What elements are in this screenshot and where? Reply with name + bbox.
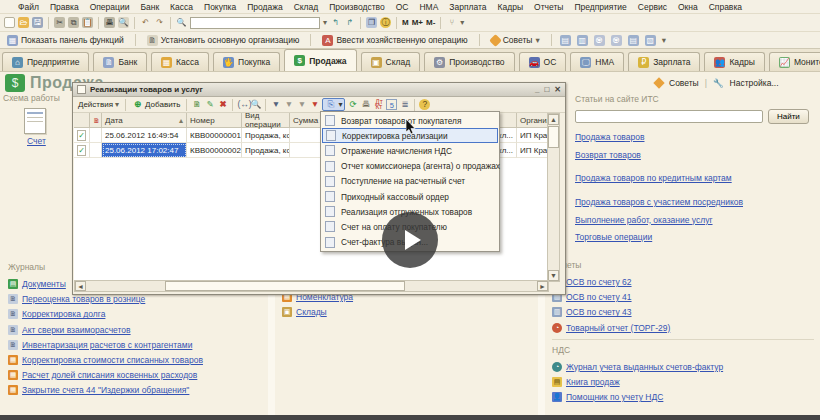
journal-link-debt-adjustment[interactable]: Корректировка долга [22, 309, 105, 319]
quick-search-input[interactable] [190, 17, 320, 29]
column-org-header[interactable]: Организ [517, 113, 549, 128]
video-play-button[interactable] [382, 212, 438, 268]
menu-warehouse[interactable]: Склад [294, 2, 319, 12]
scroll-up-icon[interactable]: ▲ [548, 114, 559, 125]
row2-optype-cell[interactable]: Продажа, ком... [242, 143, 290, 158]
list-settings-icon[interactable]: ≣ [399, 99, 410, 110]
menu-production[interactable]: Производство [329, 2, 384, 12]
filter-icon[interactable]: ▼ [283, 99, 294, 110]
column-number-header[interactable]: Номер [187, 113, 242, 128]
menu-file[interactable]: Файл [18, 2, 39, 12]
menu-salary[interactable]: Зарплата [449, 2, 486, 12]
menu-item-receipt-to-account[interactable]: Поступление на расчетный счет [322, 174, 498, 189]
scroll-left-icon[interactable]: ◄ [75, 281, 86, 291]
report-link-osv-41[interactable]: ОСВ по счету 41 [566, 292, 632, 302]
tab-production[interactable]: ⚙Производство [424, 52, 514, 71]
report-tool-icon-4[interactable]: ♼ [611, 35, 622, 46]
menu-reports[interactable]: Отчеты [534, 2, 563, 12]
its-link-sale-goods[interactable]: Продажа товаров [575, 132, 747, 143]
journal-link-inventory-settlements[interactable]: Инвентаризация расчетов с контрагентами [22, 340, 192, 350]
report-tool-icon-5[interactable]: ▤ [628, 35, 639, 46]
menu-operations[interactable]: Операции [90, 2, 130, 12]
find-next-icon[interactable]: ↰ [330, 17, 341, 28]
tab-hr[interactable]: 👥Кадры [704, 52, 764, 71]
nds-link-sales-book[interactable]: Книга продаж [566, 377, 620, 387]
enter-operation-button[interactable]: A Ввести хозяйственную операцию [319, 34, 470, 47]
row2-state-cell[interactable]: ✓ [74, 143, 90, 158]
scroll-down-icon[interactable]: ▼ [548, 270, 559, 281]
menu-item-vat-accrual[interactable]: Отражение начисления НДС [322, 143, 498, 158]
calc-m-plus-button[interactable]: М+ [412, 18, 423, 27]
add-button[interactable]: ⊕Добавить [130, 98, 182, 111]
tab-salary[interactable]: ₽Зарплата [628, 52, 700, 71]
maximize-icon[interactable]: □ [544, 85, 549, 94]
column-date-header[interactable]: Дата▴ [102, 113, 187, 128]
cut-icon[interactable]: ✂ [54, 17, 65, 28]
vertical-scroll-thumb[interactable] [548, 126, 559, 148]
report-link-osv-62[interactable]: ОСВ по счету 62 [566, 277, 632, 287]
report-link-torg-29[interactable]: Товарный отчет (ТОРГ-29) [566, 323, 670, 333]
new-document-icon[interactable]: 🗎 [4, 17, 15, 28]
calc-m-minus-button[interactable]: М- [426, 18, 435, 27]
minimize-icon[interactable]: _ [535, 85, 539, 94]
row1-state-cell[interactable]: ✓ [74, 128, 90, 143]
find-prev-icon[interactable]: ↱ [344, 17, 355, 28]
report-link-osv-43[interactable]: ОСВ по счету 43 [566, 307, 632, 317]
tab-warehouse[interactable]: ▣Склад [361, 52, 421, 71]
menu-item-cash-receipt-order[interactable]: Приходный кассовый ордер [322, 189, 498, 204]
tab-enterprise[interactable]: ⌂Предприятие [2, 52, 89, 71]
set-main-organization-button[interactable]: 🗎 Установить основную организацию [144, 34, 303, 47]
its-link-intermediaries[interactable]: Продажа товаров с участием посредников [575, 197, 743, 208]
edit-pencil-icon[interactable]: ✎ [204, 99, 215, 110]
menu-purchase[interactable]: Покупка [204, 2, 236, 12]
menu-nma[interactable]: НМА [419, 2, 438, 12]
show-function-panel-button[interactable]: ▦ Показать панель функций [4, 34, 127, 47]
menu-enterprise[interactable]: Предприятие [574, 2, 626, 12]
filter-by-value-icon[interactable]: ▼ [296, 99, 307, 110]
info-icon[interactable]: ⓘ [380, 17, 391, 28]
column-state-header[interactable] [74, 113, 90, 128]
open-icon[interactable]: 🗁 [18, 17, 29, 28]
journal-link-cost-adjustment[interactable]: Корректировка стоимости списанных товаро… [22, 355, 203, 365]
window-icon[interactable]: ❐ [366, 17, 377, 28]
row2-number-cell[interactable]: КВВ00000002 [187, 143, 242, 158]
nds-link-vat-assistant[interactable]: Помощник по учету НДС [566, 392, 663, 402]
menu-help[interactable]: Справка [709, 2, 742, 12]
create-on-basis-button[interactable]: ⎘▾ [322, 98, 345, 111]
save-icon[interactable]: 🖫 [32, 17, 43, 28]
menu-sale[interactable]: Продажа [247, 2, 282, 12]
workflow-invoice-link[interactable]: Счет [27, 136, 46, 146]
tab-bank[interactable]: 🗎Банк [93, 52, 147, 71]
search-icon[interactable]: 🔍 [176, 17, 187, 28]
journal-link-close-account-44[interactable]: Закрытие счета 44 "Издержки обращения" [22, 385, 189, 395]
find-in-list-icon[interactable]: 🔍 [250, 99, 261, 110]
horizontal-scroll-thumb[interactable] [165, 281, 405, 291]
menu-hr[interactable]: Кадры [498, 2, 523, 12]
nds-link-invoice-journal[interactable]: Журнал учета выданных счетов-фактур [566, 362, 723, 372]
tab-os[interactable]: 🚗ОС [519, 52, 567, 71]
its-link-credit-cards[interactable]: Продажа товаров по кредитным картам [575, 173, 732, 184]
scroll-right-icon[interactable]: ► [537, 281, 548, 291]
copy-item-icon[interactable]: 🗎 [191, 99, 202, 110]
filter-setup-icon[interactable]: ▼ [270, 99, 281, 110]
journal-link-documents[interactable]: Документы [22, 279, 66, 289]
report-tool-icon-6[interactable]: ▧ [645, 35, 656, 46]
menu-cash[interactable]: Касса [170, 2, 193, 12]
catalog-link-warehouses[interactable]: Склады [296, 307, 327, 317]
actions-menu-button[interactable]: Действия▾ [76, 98, 121, 111]
report-tool-icon-1[interactable]: ▤ [560, 35, 571, 46]
journal-link-revaluation[interactable]: Переоценка товаров в рознице [22, 294, 145, 304]
tab-nma[interactable]: 🖵НМА [570, 52, 624, 71]
delete-x-icon[interactable]: ✖ [217, 99, 228, 110]
menu-edit[interactable]: Правка [50, 2, 79, 12]
tab-purchase[interactable]: 🖐Покупка [213, 52, 280, 71]
report-tool-icon-3[interactable]: ♼ [594, 35, 605, 46]
tab-monitor[interactable]: 📈Монитор [769, 52, 820, 71]
panel-settings-link[interactable]: Настройка... [730, 78, 779, 88]
row1-optype-cell[interactable]: Продажа, ком... [242, 128, 290, 143]
print-icon[interactable]: 🖶 [104, 17, 115, 28]
its-link-return-goods[interactable]: Возврат товаров [575, 150, 747, 161]
row1-number-cell[interactable]: КВВ00000001 [187, 128, 242, 143]
invoice-schema-icon[interactable] [24, 108, 46, 134]
undo-icon[interactable]: ↶ [140, 17, 151, 28]
